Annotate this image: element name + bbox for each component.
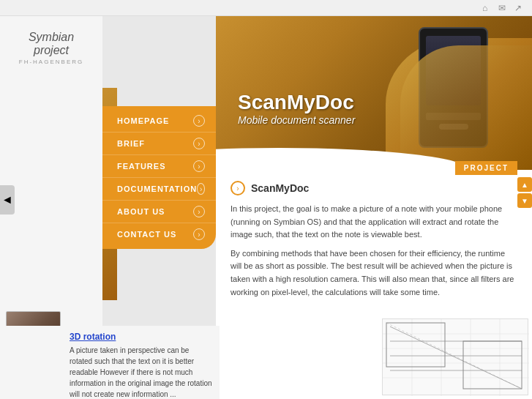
project-section: PROJECT › ScanMyDoc In this project, the…: [216, 170, 532, 310]
project-title: ScanMyDoc: [251, 182, 309, 194]
nav-item-about-us[interactable]: ABOUT US ›: [102, 201, 216, 223]
project-circle-icon: ›: [231, 181, 245, 195]
home-icon[interactable]: ⌂: [482, 3, 492, 13]
diagram-svg: [383, 319, 529, 396]
logo-subtitle: FH-HAGENBERG: [11, 59, 91, 65]
project-title-row: › ScanMyDoc: [231, 181, 517, 195]
feature-link[interactable]: 3D rotation: [70, 332, 214, 342]
scroll-down-arrow[interactable]: ▼: [517, 193, 532, 208]
main-content: ScanMyDoc Mobile document scanner PROJEC…: [216, 16, 532, 399]
nav-arrow-icon-4: ›: [193, 206, 205, 217]
logo-title: Symbian project: [11, 31, 91, 57]
scroll-up-arrow[interactable]: ▲: [517, 177, 532, 192]
email-icon[interactable]: ✉: [498, 3, 509, 13]
nav-item-homepage[interactable]: HOMEPAGE ›: [102, 110, 216, 133]
hero-title-block: ScanMyDoc Mobile document scanner: [238, 91, 355, 126]
project-badge: PROJECT: [455, 161, 517, 175]
nav-arrow-icon-5: ›: [193, 228, 205, 240]
right-nav-arrows: ▲ ▼: [517, 177, 532, 208]
logo-area: Symbian project FH-HAGENBERG: [0, 16, 102, 76]
project-body-2: By combining methods that have been chos…: [231, 247, 517, 299]
svg-rect-12: [386, 323, 445, 367]
nav-arrow-icon-2: ›: [193, 160, 205, 172]
nav-item-brief[interactable]: BRIEF ›: [102, 133, 216, 155]
share-icon[interactable]: ↗: [514, 3, 525, 13]
svg-line-8: [390, 327, 522, 389]
diagram-area: [382, 318, 528, 395]
nav-item-contact-us[interactable]: CONTACT US ›: [102, 223, 216, 245]
feature-desc-area: 3D rotation A picture taken in perspecti…: [4, 326, 220, 399]
hero-image: ScanMyDoc Mobile document scanner: [216, 16, 532, 170]
left-nav-arrow[interactable]: ◄: [0, 185, 15, 215]
hero-app-subtitle: Mobile document scanner: [238, 114, 355, 126]
nav-item-features[interactable]: FEATURES ›: [102, 155, 216, 178]
nav-arrow-icon-3: ›: [197, 183, 205, 195]
hero-app-title: ScanMyDoc: [238, 91, 355, 114]
nav-item-documentation[interactable]: DOCUMENTATION ›: [102, 178, 216, 201]
feature-description: A picture taken in perspective can be ro…: [70, 345, 214, 399]
hero-hands: [400, 45, 532, 170]
nav-arrow-icon-0: ›: [193, 115, 205, 127]
nav-arrow-icon-1: ›: [193, 138, 205, 149]
project-body-1: In this project, the goal is to make a p…: [231, 203, 517, 242]
left-arrow-icon: ◄: [1, 193, 13, 206]
top-bar: ⌂ ✉ ↗: [0, 0, 532, 16]
nav-menu: HOMEPAGE › BRIEF › FEATURES › DOCUMENTAT…: [102, 106, 216, 249]
